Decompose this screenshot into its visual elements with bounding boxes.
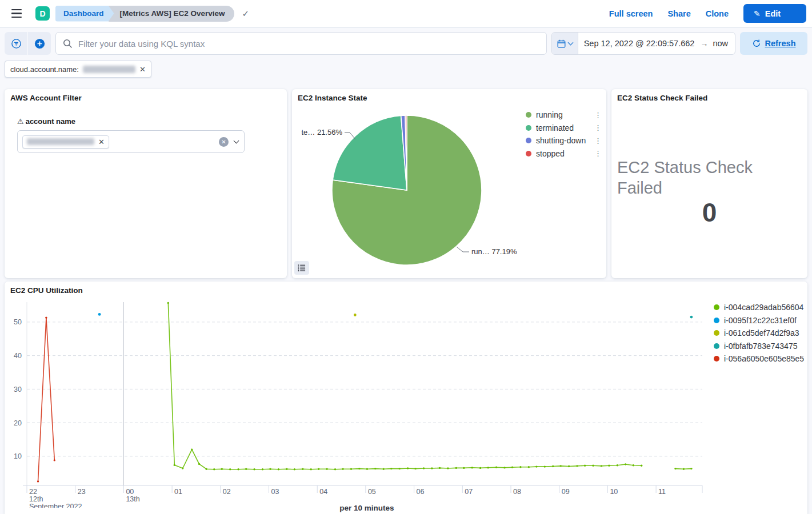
- pie-slice-terminated[interactable]: [333, 115, 407, 190]
- series-point-i-004cad29adab56604[interactable]: [191, 448, 193, 450]
- legend-toggle-button[interactable]: [294, 261, 309, 275]
- date-range-end[interactable]: now: [708, 39, 735, 48]
- series-point-i-004cad29adab56604[interactable]: [326, 468, 327, 470]
- series-point-i-0095f12c22c31ef0f[interactable]: [98, 313, 101, 316]
- series-point-i-004cad29adab56604[interactable]: [174, 464, 175, 466]
- series-point-i-004cad29adab56604[interactable]: [182, 467, 183, 469]
- series-point-i-004cad29adab56604[interactable]: [447, 467, 449, 469]
- series-point-i-004cad29adab56604[interactable]: [245, 468, 247, 470]
- series-point-i-004cad29adab56604[interactable]: [350, 468, 352, 470]
- kql-search-input[interactable]: [77, 38, 539, 49]
- series-point-i-004cad29adab56604[interactable]: [528, 466, 530, 468]
- series-point-i-004cad29adab56604[interactable]: [455, 467, 457, 469]
- cpu-legend-item-i-056a6050e605e85e5[interactable]: i-056a6050e605e85e5: [714, 355, 804, 363]
- series-point-i-004cad29adab56604[interactable]: [269, 468, 271, 470]
- series-point-i-004cad29adab56604[interactable]: [608, 465, 610, 467]
- series-point-i-004cad29adab56604[interactable]: [617, 464, 618, 466]
- series-point-i-004cad29adab56604[interactable]: [294, 468, 295, 470]
- series-point-i-004cad29adab56604[interactable]: [431, 467, 433, 469]
- series-point-i-004cad29adab56604[interactable]: [423, 467, 425, 469]
- remove-filter-icon[interactable]: ✕: [139, 65, 146, 74]
- breadcrumb-dashboard[interactable]: Dashboard: [55, 6, 114, 22]
- cpu-legend-item-i-004cad29adab56604[interactable]: i-004cad29adab56604: [714, 303, 804, 311]
- chevron-down-icon[interactable]: [234, 138, 239, 144]
- series-line-i-004cad29adab56604[interactable]: [168, 303, 641, 469]
- space-avatar[interactable]: D: [35, 6, 50, 21]
- series-point-i-004cad29adab56604[interactable]: [253, 468, 255, 470]
- series-point-i-004cad29adab56604[interactable]: [592, 465, 594, 467]
- menu-icon[interactable]: [6, 3, 27, 25]
- pie-legend-item-running[interactable]: running⋮: [526, 111, 601, 119]
- edit-button[interactable]: ✎ Edit: [743, 4, 806, 23]
- series-point-i-004cad29adab56604[interactable]: [625, 463, 626, 465]
- series-point-i-004cad29adab56604[interactable]: [262, 468, 263, 470]
- series-point-i-004cad29adab56604[interactable]: [683, 468, 685, 470]
- filter-pill-cloud-account-name[interactable]: cloud.account.name: ✕: [5, 61, 151, 78]
- series-point-i-004cad29adab56604[interactable]: [519, 466, 521, 468]
- cpu-legend-item-i-0fbfafb783e743475[interactable]: i-0fbfafb783e743475: [714, 342, 804, 350]
- series-point-i-004cad29adab56604[interactable]: [399, 468, 401, 469]
- series-point-i-004cad29adab56604[interactable]: [390, 468, 392, 469]
- series-point-i-004cad29adab56604[interactable]: [237, 468, 239, 470]
- series-point-i-004cad29adab56604[interactable]: [198, 463, 200, 465]
- series-point-i-056a6050e605e85e5[interactable]: [37, 480, 39, 482]
- pie-legend-item-stopped[interactable]: stopped⋮: [526, 150, 601, 158]
- legend-actions-icon[interactable]: ⋮: [594, 123, 601, 132]
- series-point-i-004cad29adab56604[interactable]: [601, 465, 602, 467]
- series-point-i-004cad29adab56604[interactable]: [560, 465, 562, 467]
- series-point-i-004cad29adab56604[interactable]: [302, 468, 303, 470]
- series-point-i-004cad29adab56604[interactable]: [213, 468, 215, 470]
- series-point-i-004cad29adab56604[interactable]: [342, 468, 343, 470]
- saved-query-filter-icon[interactable]: [5, 32, 28, 55]
- series-point-i-004cad29adab56604[interactable]: [310, 468, 312, 470]
- add-filter-button[interactable]: [28, 32, 51, 55]
- share-link[interactable]: Share: [667, 9, 690, 18]
- date-picker-calendar-toggle[interactable]: [552, 33, 578, 54]
- series-point-i-004cad29adab56604[interactable]: [383, 468, 385, 470]
- series-point-i-004cad29adab56604[interactable]: [544, 465, 546, 467]
- series-point-i-004cad29adab56604[interactable]: [463, 467, 465, 469]
- series-point-i-004cad29adab56604[interactable]: [633, 464, 634, 466]
- legend-actions-icon[interactable]: ⋮: [594, 111, 601, 119]
- series-point-i-004cad29adab56604[interactable]: [229, 468, 231, 470]
- series-line-i-056a6050e605e85e5[interactable]: [38, 318, 55, 481]
- legend-actions-icon[interactable]: ⋮: [594, 149, 601, 158]
- breadcrumb-current-page[interactable]: [Metrics AWS] EC2 Overview: [109, 6, 234, 22]
- clone-link[interactable]: Clone: [706, 9, 729, 18]
- clear-selection-icon[interactable]: ✕: [219, 137, 229, 147]
- series-point-i-004cad29adab56604[interactable]: [552, 465, 554, 467]
- legend-actions-icon[interactable]: ⋮: [594, 136, 601, 145]
- full-screen-link[interactable]: Full screen: [609, 9, 653, 18]
- series-point-i-061cd5def74d2f9a3[interactable]: [354, 314, 357, 316]
- series-point-i-004cad29adab56604[interactable]: [358, 468, 360, 469]
- series-point-i-004cad29adab56604[interactable]: [503, 467, 505, 468]
- series-point-i-004cad29adab56604[interactable]: [487, 467, 489, 468]
- date-picker[interactable]: Sep 12, 2022 @ 22:09:57.662 → now: [551, 32, 735, 55]
- series-point-i-004cad29adab56604[interactable]: [334, 468, 336, 470]
- account-name-token[interactable]: ✕: [22, 135, 109, 148]
- series-point-i-004cad29adab56604[interactable]: [641, 465, 642, 467]
- series-point-i-0fbfafb783e743475[interactable]: [690, 316, 693, 319]
- series-point-i-004cad29adab56604[interactable]: [535, 465, 537, 467]
- series-point-i-004cad29adab56604[interactable]: [471, 467, 473, 468]
- series-point-i-004cad29adab56604[interactable]: [584, 465, 586, 467]
- series-point-i-004cad29adab56604[interactable]: [221, 468, 223, 470]
- series-point-i-004cad29adab56604[interactable]: [206, 468, 207, 470]
- series-point-i-004cad29adab56604[interactable]: [479, 467, 481, 469]
- series-point-i-004cad29adab56604[interactable]: [414, 468, 416, 469]
- series-point-i-004cad29adab56604[interactable]: [511, 467, 513, 468]
- series-point-i-004cad29adab56604[interactable]: [690, 468, 692, 469]
- series-point-i-004cad29adab56604[interactable]: [278, 468, 279, 470]
- series-point-i-004cad29adab56604[interactable]: [407, 467, 409, 469]
- series-point-i-004cad29adab56604[interactable]: [318, 468, 319, 470]
- series-point-i-004cad29adab56604[interactable]: [439, 467, 441, 469]
- series-point-i-004cad29adab56604[interactable]: [576, 465, 578, 467]
- series-point-i-004cad29adab56604[interactable]: [167, 302, 169, 304]
- date-range-start[interactable]: Sep 12, 2022 @ 22:09:57.662: [578, 39, 701, 48]
- series-point-i-004cad29adab56604[interactable]: [374, 468, 376, 469]
- series-point-i-056a6050e605e85e5[interactable]: [54, 459, 55, 461]
- pie-legend-item-shutting-down[interactable]: shutting-down⋮: [526, 136, 601, 144]
- series-point-i-004cad29adab56604[interactable]: [674, 468, 676, 469]
- series-point-i-004cad29adab56604[interactable]: [568, 465, 570, 467]
- series-point-i-004cad29adab56604[interactable]: [286, 468, 287, 470]
